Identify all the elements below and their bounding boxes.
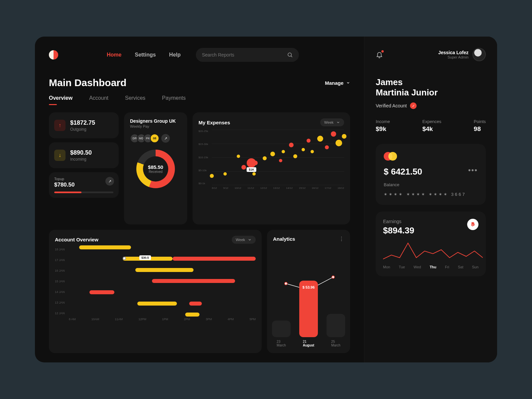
day-label[interactable]: Mon <box>383 265 390 269</box>
row-2: Account Overview Week 18 JAN17 JAN16 JAN… <box>49 230 350 353</box>
balance-amount: $ 6421.50 <box>384 167 478 177</box>
stat-outgoing[interactable]: ↑ $1872.75 Outgoing <box>49 112 119 138</box>
overview-range-dropdown[interactable]: Week <box>232 236 256 244</box>
tab-account[interactable]: Account <box>89 95 108 101</box>
account-overview-card: Account Overview Week 18 JAN17 JAN16 JAN… <box>49 230 262 353</box>
analytics-card: Analytics ⋮ 23March $ 53.96 21August <box>267 230 350 353</box>
analytics-chart: 23March $ 53.96 21August 25March <box>273 245 344 347</box>
received-amount: $85.50 <box>148 164 163 170</box>
manage-label: Manage <box>325 80 343 86</box>
holder-name: JamesMartinia Junior <box>376 77 486 98</box>
more-icon[interactable]: ••• <box>468 166 478 175</box>
mastercard-icon <box>384 152 478 161</box>
user-name: Jessica Lofez <box>438 50 468 55</box>
tab-payments[interactable]: Payments <box>162 95 186 101</box>
main-panel: Home Settings Help Main Dashboard Manage… <box>35 37 364 362</box>
designers-card: Designers Group UK Weekly Pay DR MD PK 0… <box>124 112 187 224</box>
metrics-row: Income $9k Expences $4k Points 98 <box>376 119 486 133</box>
metric-points: Points 98 <box>474 119 486 133</box>
tabs: Overview Account Services Payments <box>49 95 350 101</box>
app-window: Home Settings Help Main Dashboard Manage… <box>35 37 497 362</box>
overview-gantt-chart: 18 JAN17 JAN16 JAN15 JAN14 JAN13 JAN12 J… <box>55 248 256 321</box>
svg-point-0 <box>288 53 292 57</box>
analytics-col[interactable]: 23March <box>272 321 291 347</box>
stat-incoming[interactable]: ↓ $890.50 Incoming <box>49 142 119 168</box>
nav: Home Settings Help <box>107 52 181 58</box>
chevron-down-icon <box>336 120 340 124</box>
bell-icon[interactable] <box>376 51 383 58</box>
analytics-col[interactable]: 25March <box>327 314 345 347</box>
topup-amount: $780.50 <box>54 182 113 188</box>
earnings-sparkline <box>383 242 483 260</box>
tab-overview[interactable]: Overview <box>49 95 72 101</box>
overview-title: Account Overview <box>55 237 98 242</box>
verified-label: Verified Acount <box>376 103 407 108</box>
search-icon <box>287 52 293 58</box>
avatar-row: DR MD PK 08 ↗ <box>130 134 181 143</box>
search-input[interactable] <box>202 52 268 58</box>
card-number: ✶✶✶✶ ✶✶✶✶ ✶✶✶✶ 3667 <box>384 192 478 197</box>
dashboard-grid: ↑ $1872.75 Outgoing ↓ $890.50 Incoming ↗… <box>49 112 350 353</box>
analytics-title: Analytics <box>273 236 295 242</box>
stats-column: ↑ $1872.75 Outgoing ↓ $890.50 Incoming ↗… <box>49 112 119 224</box>
manage-dropdown[interactable]: Manage <box>325 80 350 86</box>
earnings-card: Earnings $894.39 MonTueWedThuFriSatSun <box>376 211 486 276</box>
tab-services[interactable]: Services <box>125 95 145 101</box>
topbar: Home Settings Help <box>49 48 350 62</box>
profile[interactable]: Jessica Lofez Super Admin <box>438 48 486 61</box>
topup-card[interactable]: ↗ Topup $780.50 <box>49 172 119 198</box>
donut-chart: $85.50 Received <box>130 149 181 189</box>
analytics-col-active[interactable]: $ 53.96 21August <box>299 281 318 347</box>
designers-expand-icon[interactable]: ↗ <box>161 134 170 143</box>
nav-help[interactable]: Help <box>169 52 181 58</box>
topup-progress <box>54 192 113 193</box>
chevron-down-icon <box>346 81 350 85</box>
day-label[interactable]: Wed <box>414 265 421 269</box>
day-label[interactable]: Sat <box>458 265 464 269</box>
arrow-up-icon: ↑ <box>54 120 66 131</box>
earnings-amount: $894.39 <box>383 225 478 236</box>
arrow-down-icon: ↓ <box>54 150 66 161</box>
topup-label: Topup <box>54 177 113 181</box>
svg-point-2 <box>285 282 287 285</box>
metric-expenses: Expences $4k <box>422 119 441 133</box>
designers-subtitle: Weekly Pay <box>130 124 181 128</box>
outgoing-amount: $1872.75 <box>70 119 95 126</box>
metric-income: Income $9k <box>376 119 390 133</box>
day-label[interactable]: Sun <box>472 265 478 269</box>
account-holder: JamesMartinia Junior Verified Acount ✓ <box>376 77 486 109</box>
incoming-amount: $890.50 <box>70 149 92 156</box>
check-icon: ✓ <box>410 102 417 109</box>
topup-expand-icon[interactable]: ↗ <box>105 177 114 186</box>
search-box[interactable] <box>196 48 299 62</box>
expenses-range-dropdown[interactable]: Week <box>320 118 344 126</box>
side-panel: Jessica Lofez Super Admin JamesMartinia … <box>364 37 497 362</box>
page-title: Main Dashboard <box>49 77 126 88</box>
avatar-icon <box>472 48 486 61</box>
nav-home[interactable]: Home <box>107 52 121 58</box>
earnings-label: Earnings <box>383 219 478 224</box>
expenses-title: My Expenses <box>199 120 230 125</box>
avatar-count-badge[interactable]: 08 <box>150 134 159 143</box>
expenses-card: My Expenses Week $20-25k$15-30k$10-15k$5… <box>193 112 350 224</box>
designers-title: Designers Group UK <box>130 118 181 124</box>
day-label[interactable]: Thu <box>430 265 436 269</box>
outgoing-label: Outgoing <box>70 127 95 132</box>
day-label[interactable]: Tue <box>399 265 405 269</box>
incoming-label: Incoming <box>70 157 92 162</box>
analytics-value: $ 53.96 <box>299 285 318 289</box>
day-label[interactable]: Fri <box>445 265 449 269</box>
earnings-days: MonTueWedThuFriSatSun <box>383 265 478 269</box>
nav-settings[interactable]: Settings <box>135 52 156 58</box>
more-icon[interactable]: ⋮ <box>339 236 344 242</box>
side-topbar: Jessica Lofez Super Admin <box>376 48 486 61</box>
expenses-range-label: Week <box>324 120 333 124</box>
received-label: Received <box>148 170 163 174</box>
logo-icon <box>49 50 58 60</box>
balance-label: Balance <box>384 182 478 187</box>
expenses-scatter-chart: $20-25k$15-30k$10-15k$5-10k$0-1k $1K 8/1… <box>199 130 344 190</box>
chevron-down-icon <box>248 238 252 242</box>
overview-range-label: Week <box>236 238 245 242</box>
verified-row: Verified Acount ✓ <box>376 102 486 109</box>
balance-card[interactable]: ••• $ 6421.50 Balance ✶✶✶✶ ✶✶✶✶ ✶✶✶✶ 366… <box>376 144 486 205</box>
